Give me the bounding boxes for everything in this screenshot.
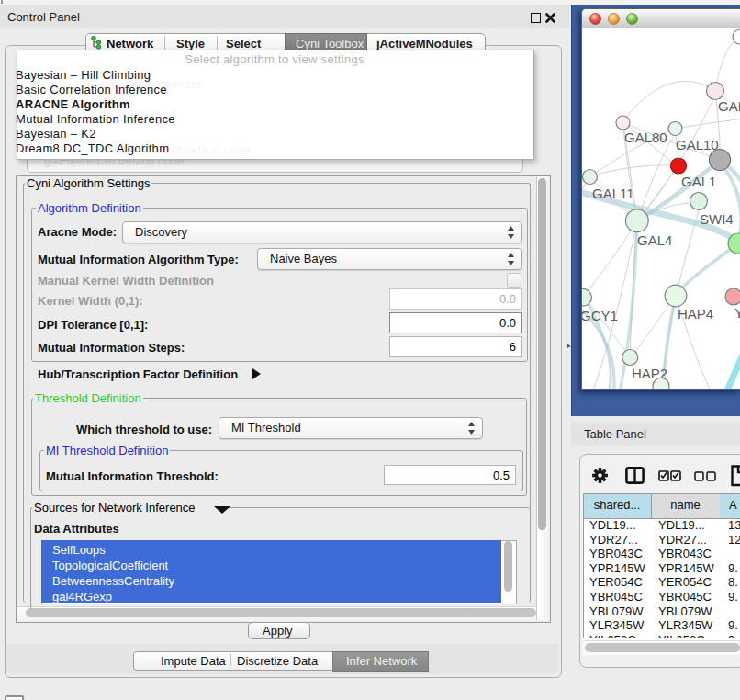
svg-text:GAL1: GAL1 <box>681 174 716 189</box>
svg-text:GCY1: GCY1 <box>582 308 618 323</box>
svg-text:Y: Y <box>734 305 740 321</box>
svg-text:HAP2: HAP2 <box>632 366 667 381</box>
svg-text:GAL10: GAL10 <box>676 137 719 152</box>
svg-text:GAL11: GAL11 <box>592 186 634 201</box>
svg-text:HAP4: HAP4 <box>678 306 713 322</box>
svg-text:GAL: GAL <box>718 98 740 114</box>
svg-text:SWI4: SWI4 <box>700 211 734 227</box>
svg-text:GAL80: GAL80 <box>624 130 667 145</box>
svg-text:GAL4: GAL4 <box>637 232 672 248</box>
